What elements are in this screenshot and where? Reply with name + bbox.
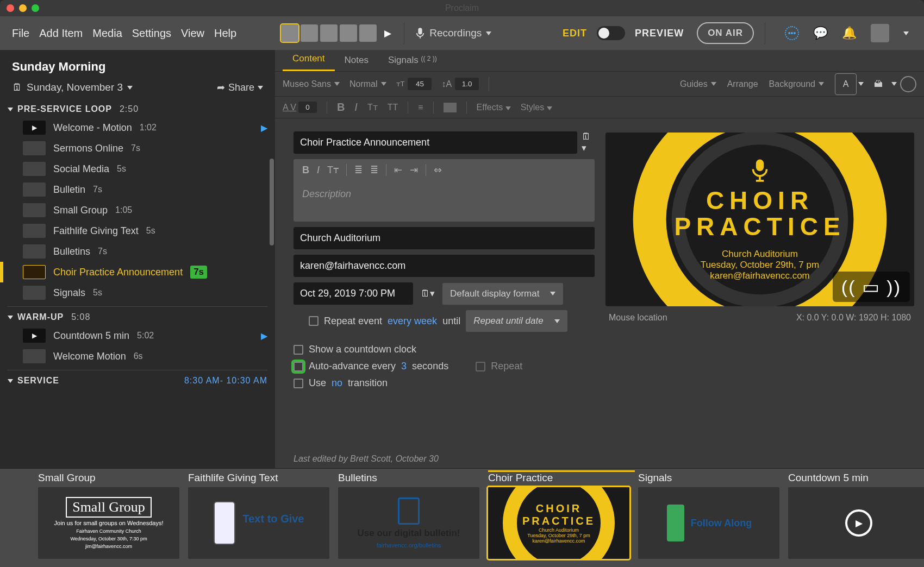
edit-preview-toggle[interactable] [597, 26, 625, 40]
description-editor[interactable]: B I Tᴛ ≣≣ ⇤⇥ ⇔ Description [294, 159, 595, 222]
leading-input[interactable]: ↕A [441, 78, 479, 90]
menu-add-item[interactable]: Add Item [39, 27, 83, 40]
calendar-icon[interactable]: 🗓▾ [582, 131, 595, 154]
case-button[interactable]: Tᴛ [327, 164, 339, 176]
avatar[interactable] [301, 24, 318, 42]
font-family-select[interactable]: Museo Sans [283, 79, 340, 89]
announcement-title-input[interactable] [294, 131, 577, 154]
sidebar-item[interactable]: Welcome Motion6s [0, 346, 275, 367]
case-button[interactable]: Tᴛ [367, 102, 378, 112]
transition-checkbox[interactable] [294, 379, 303, 388]
allcaps-button[interactable]: TT [388, 103, 398, 112]
effects-button[interactable]: Effects [477, 103, 511, 112]
sidebar-item[interactable]: Sermons Online7s [0, 138, 275, 159]
chat-icon[interactable]: 💬 [813, 26, 828, 40]
list-button[interactable]: ≣ [370, 164, 378, 176]
sidebar-item[interactable]: Faithlife Giving Text5s [0, 220, 275, 241]
bold-button[interactable]: B [337, 101, 345, 114]
description-placeholder[interactable]: Description [294, 181, 595, 222]
image-tool-icon[interactable]: 🏔 [867, 73, 889, 95]
presentation-title[interactable]: Sunday Morning [12, 60, 263, 74]
mode-preview[interactable]: PREVIEW [635, 28, 684, 39]
on-air-button[interactable]: ON AIR [697, 22, 754, 44]
repeat-checkbox[interactable] [476, 362, 485, 371]
slide-preview[interactable]: CHOIR PRACTICE Church Auditorium Tuesday… [605, 133, 914, 306]
color-swatch[interactable] [444, 103, 457, 112]
play-icon[interactable]: ▶ [382, 28, 393, 39]
sidebar-item[interactable]: Small Group1:05 [0, 200, 275, 220]
background-button[interactable]: Background [769, 79, 824, 89]
repeat-until-select[interactable]: Repeat until date [466, 310, 567, 332]
close-icon[interactable] [7, 4, 14, 12]
play-icon[interactable]: ▶ [261, 123, 267, 133]
avatar[interactable] [359, 24, 377, 42]
italic-button[interactable]: I [317, 165, 320, 176]
auto-advance-checkbox[interactable] [294, 362, 303, 371]
bell-icon[interactable]: 🔔 [842, 26, 857, 40]
sidebar-item[interactable]: Welcome - Motion1:02▶ [0, 117, 275, 138]
sidebar-section-header[interactable]: WARM-UP5:08 [0, 307, 275, 325]
guides-button[interactable]: Guides [680, 79, 716, 89]
calendar-icon[interactable]: 🗓▾ [421, 288, 435, 299]
sidebar-item[interactable]: Bulletin7s [0, 179, 275, 200]
textbox-tool-icon[interactable]: A [835, 73, 857, 95]
carousel-card[interactable]: Choir PracticeCHOIRPRACTICEChurch Audito… [488, 470, 635, 559]
carousel-card[interactable]: SignalsFollow Along [638, 472, 785, 559]
sidebar-item[interactable]: Countdown 5 min5:02▶ [0, 325, 275, 346]
avatar[interactable] [340, 24, 357, 42]
tracking-field[interactable] [298, 102, 317, 113]
font-size-input[interactable]: ᴛT [396, 78, 432, 90]
repeat-event-checkbox[interactable] [309, 316, 319, 326]
mode-edit[interactable]: EDIT [563, 28, 587, 39]
tracking-input[interactable]: A V [283, 102, 317, 113]
target-icon[interactable]: ••• [785, 26, 799, 40]
recordings-button[interactable]: Recordings [415, 27, 491, 39]
menu-view[interactable]: View [181, 27, 204, 40]
italic-button[interactable]: I [354, 101, 358, 114]
list-button[interactable]: ≣ [354, 164, 363, 176]
auto-advance-seconds[interactable]: 3 [401, 361, 407, 372]
sidebar-item[interactable]: Signals5s [0, 282, 275, 303]
outdent-button[interactable]: ⇤ [394, 164, 402, 176]
slide-carousel[interactable]: Small GroupSmall GroupJoin us for small … [0, 468, 924, 567]
sidebar-section-header[interactable]: PRE-SERVICE LOOP2:50 [0, 99, 275, 117]
link-button[interactable]: ⇔ [434, 164, 442, 176]
show-countdown-checkbox[interactable] [294, 345, 303, 355]
location-input[interactable] [294, 227, 595, 249]
tab-notes[interactable]: Notes [335, 49, 378, 71]
user-avatar[interactable] [871, 24, 889, 42]
datetime-input[interactable] [294, 282, 413, 305]
avatar[interactable] [320, 24, 338, 42]
menu-settings[interactable]: Settings [132, 27, 171, 40]
menu-media[interactable]: Media [92, 27, 122, 40]
email-input[interactable] [294, 255, 595, 277]
sidebar-section-header[interactable]: SERVICE8:30 AM- 10:30 AM [0, 370, 275, 389]
tab-signals[interactable]: Signals (( 2 )) [378, 49, 447, 71]
transition-type[interactable]: no [332, 377, 342, 389]
menu-help[interactable]: Help [214, 27, 236, 40]
share-button[interactable]: ➦ Share [217, 81, 263, 93]
repeat-frequency[interactable]: every week [388, 316, 437, 327]
sidebar-item[interactable]: Choir Practice Announcement7s [0, 262, 275, 282]
align-button[interactable]: ≡ [418, 103, 423, 112]
minimize-icon[interactable] [19, 4, 27, 12]
font-size-field[interactable] [408, 78, 432, 90]
leading-field[interactable] [455, 78, 479, 90]
maximize-icon[interactable] [32, 4, 39, 12]
arrange-button[interactable]: Arrange [727, 79, 758, 89]
sidebar-item[interactable]: Bulletins7s [0, 241, 275, 262]
tab-content[interactable]: Content [283, 48, 335, 71]
bold-button[interactable]: B [302, 165, 309, 176]
sidebar-item[interactable]: Social Media5s [0, 159, 275, 179]
presentation-date[interactable]: 🗓 Sunday, November 3 [12, 81, 133, 93]
font-weight-select[interactable]: Normal [349, 79, 386, 89]
chevron-down-icon[interactable] [903, 32, 909, 35]
display-format-select[interactable]: Default display format [442, 283, 563, 305]
play-icon[interactable]: ▶ [261, 331, 267, 341]
indent-button[interactable]: ⇥ [410, 164, 418, 176]
styles-button[interactable]: Styles [521, 103, 552, 112]
carousel-card[interactable]: BulletinsUse our digital bulletin!fairha… [338, 472, 485, 559]
carousel-card[interactable]: Countdown 5 min▶ [788, 472, 924, 559]
carousel-card[interactable]: Small GroupSmall GroupJoin us for small … [38, 472, 185, 559]
menu-file[interactable]: File [12, 27, 29, 40]
